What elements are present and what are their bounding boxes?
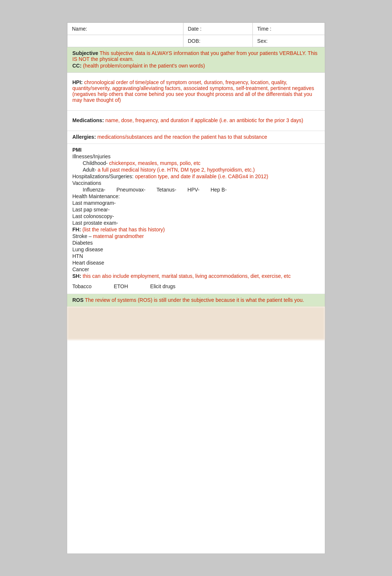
stroke-line: Stroke – maternal grandmother xyxy=(72,233,320,239)
cc-desc: (health problem/complaint in the patient… xyxy=(83,63,205,69)
tetanus-label: Tetanus- xyxy=(157,187,176,193)
subjective-desc: This subjective data is ALWAYS informati… xyxy=(72,50,317,62)
sex-label: Sex: xyxy=(257,38,268,44)
sh-desc: this can also include employment, marita… xyxy=(83,273,290,279)
empty-cell xyxy=(68,35,183,47)
time-label: Time : xyxy=(257,26,271,32)
medications-label: Medications: xyxy=(72,117,104,123)
last-colonoscopy: Last colonoscopy- xyxy=(72,213,320,219)
hpi-line: HPI: chronological order of time/place o… xyxy=(72,79,320,103)
adult-line: Adult- a full past medical history (i.e.… xyxy=(72,167,320,173)
sh-label: SH: xyxy=(72,273,81,279)
page: Name: Date : Time : DOB: Sex: Subjective… xyxy=(67,22,325,554)
adult-desc: a full past medical history (i.e. HTN, D… xyxy=(97,167,255,173)
medications-line: Medications: name, dose, frequency, and … xyxy=(72,117,320,123)
medications-desc: name, dose, frequency, and duration if a… xyxy=(105,117,303,123)
hpi-label: HPI: xyxy=(72,79,83,85)
ros-label: ROS xyxy=(72,297,83,303)
childhood-line: Childhood- chickenpox, measles, mumps, p… xyxy=(72,160,320,166)
hpi-section: HPI: chronological order of time/place o… xyxy=(67,73,325,111)
allergies-section: Allergies: medications/substances and th… xyxy=(67,131,325,144)
hosp-desc: operation type, and date if available (i… xyxy=(135,173,268,179)
name-field: Name: xyxy=(68,23,183,35)
hosp-line: Hospitalizations/Surgeries: operation ty… xyxy=(72,173,320,179)
cc-line: CC: (health problem/complaint in the pat… xyxy=(72,63,320,69)
cc-label: CC: xyxy=(72,63,82,69)
adult-label: Adult- xyxy=(83,167,96,173)
ros-line: ROS The review of systems (ROS) is still… xyxy=(72,297,320,303)
cancer-label: Cancer xyxy=(72,266,320,272)
date-label: Date : xyxy=(188,26,202,32)
hpi-desc: chronological order of time/place of sym… xyxy=(72,79,314,103)
vaccinations-label: Vaccinations xyxy=(72,180,320,186)
sex-field: Sex: xyxy=(252,35,324,47)
last-prostate: Last prostate exam- xyxy=(72,220,320,226)
allergies-desc: medications/substances and the reaction … xyxy=(97,134,267,140)
diabetes-label: Diabetes xyxy=(72,240,320,246)
tobacco-row: Tobacco ETOH Elicit drugs xyxy=(72,283,320,289)
last-pap: Last pap smear- xyxy=(72,207,320,213)
influenza-label: Influenza- xyxy=(83,187,105,193)
childhood-desc: chickenpox, measles, mumps, polio, etc xyxy=(109,160,200,166)
heart-label: Heart disease xyxy=(72,260,320,266)
childhood-label: Childhood- xyxy=(83,160,108,166)
pmi-label: PMI xyxy=(72,147,320,153)
allergies-line: Allergies: medications/substances and th… xyxy=(72,134,320,140)
fh-desc: (list the relative that has this history… xyxy=(82,227,165,232)
dob-label: DOB: xyxy=(188,38,200,44)
date-field: Date : xyxy=(183,23,252,35)
illnesses-label: Illnesses/Injuries xyxy=(72,154,320,159)
stroke-label: Stroke – xyxy=(72,233,92,239)
header-table: Name: Date : Time : DOB: Sex: xyxy=(67,23,325,47)
etoh-label: ETOH xyxy=(114,283,128,289)
subjective-section: Subjective This subjective data is ALWAY… xyxy=(67,47,325,73)
medications-section: Medications: name, dose, frequency, and … xyxy=(67,111,325,131)
allergies-label: Allergies: xyxy=(72,134,96,140)
fh-line: FH: (list the relative that has this his… xyxy=(72,227,320,232)
dob-field: DOB: xyxy=(183,35,252,47)
blurred-content xyxy=(67,307,325,340)
pmi-section: PMI Illnesses/Injuries Childhood- chicke… xyxy=(67,144,325,294)
name-label: Name: xyxy=(72,26,87,32)
vaccinations-row: Influenza- Pneumovax- Tetanus- HPV- Hep … xyxy=(72,187,320,193)
pneumovax-label: Pneumovax- xyxy=(116,187,145,193)
lung-label: Lung disease xyxy=(72,246,320,252)
tobacco-label: Tobacco xyxy=(72,283,92,289)
fh-label: FH: xyxy=(72,227,81,232)
subjective-label: Subjective xyxy=(72,50,98,56)
hepb-label: Hep B- xyxy=(210,187,227,193)
htn-label: HTN xyxy=(72,253,320,259)
elicit-label: Elicit drugs xyxy=(150,283,175,289)
ros-desc: The review of systems (ROS) is still und… xyxy=(85,297,304,303)
subjective-line: Subjective This subjective data is ALWAY… xyxy=(72,50,320,62)
hpv-label: HPV- xyxy=(188,187,200,193)
ros-section: ROS The review of systems (ROS) is still… xyxy=(67,294,325,307)
hosp-label: Hospitalizations/Surgeries: xyxy=(72,173,134,179)
sh-line: SH: this can also include employment, ma… xyxy=(72,273,320,279)
stroke-desc: maternal grandmother xyxy=(93,233,144,239)
time-field: Time : xyxy=(252,23,324,35)
health-maintenance-label: Health Maintenance: xyxy=(72,193,320,199)
last-mammogram: Last mammogram- xyxy=(72,200,320,206)
